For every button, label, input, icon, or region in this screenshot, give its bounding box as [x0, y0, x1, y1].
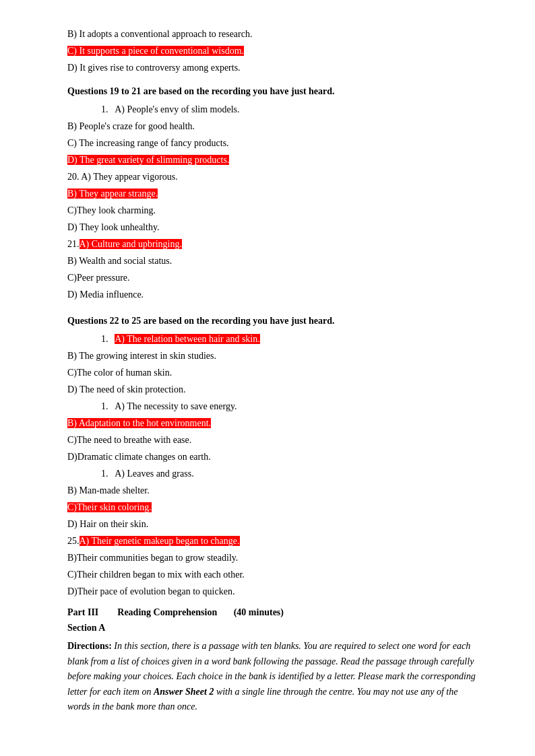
- q23-b: B) Adaptation to the hot environment.: [67, 416, 481, 430]
- page-content: B) It adopts a conventional approach to …: [67, 27, 481, 714]
- directions-block: Directions: In this section, there is a …: [67, 639, 481, 714]
- q24-c: C)Their skin coloring.: [67, 500, 481, 514]
- line-c-supports: C) It supports a piece of conventional w…: [67, 44, 481, 58]
- q24-d: D) Hair on their skin.: [67, 517, 481, 531]
- answer-sheet-ref: Answer Sheet 2: [154, 687, 214, 697]
- part3-header: Part III Reading Comprehension (40 minut…: [67, 605, 481, 620]
- q21-c: C)Peer pressure.: [67, 271, 481, 285]
- line-b-adopt: B) It adopts a conventional approach to …: [67, 27, 481, 41]
- q20-a: 20. A) They appear vigorous.: [67, 170, 481, 184]
- section-19-header: Questions 19 to 21 are based on the reco…: [67, 84, 481, 98]
- q24-b: B) Man-made shelter.: [67, 483, 481, 497]
- q21-d: D) Media influence.: [67, 287, 481, 302]
- q23-d: D)Dramatic climate changes on earth.: [67, 450, 481, 464]
- q19-b: B) People's craze for good health.: [67, 119, 481, 133]
- q25-a: 25.A) Their genetic makeup began to chan…: [67, 534, 481, 548]
- q20-b: B) They appear strange.: [67, 186, 481, 201]
- q21-a: 21.A) Culture and upbringing.: [67, 237, 481, 251]
- q23-c: C)The need to breathe with ease.: [67, 433, 481, 447]
- q19-c: C) The increasing range of fancy product…: [67, 136, 481, 150]
- q25-b: B)Their communities began to grow steadi…: [67, 551, 481, 565]
- q22-d: D) The need of skin protection.: [67, 382, 481, 397]
- q25-c: C)Their children began to mix with each …: [67, 568, 481, 582]
- q23-a: 1. A) The necessity to save energy.: [101, 399, 481, 413]
- q19-a: 1. A) People's envy of slim models.: [101, 102, 481, 116]
- section-a-label: Section A: [67, 623, 481, 633]
- q22-c: C)The color of human skin.: [67, 366, 481, 380]
- q20-d: D) They look unhealthy.: [67, 220, 481, 234]
- q25-d: D)Their pace of evolution began to quick…: [67, 584, 481, 598]
- q20-c: C)They look charming.: [67, 203, 481, 217]
- directions-label: Directions:: [67, 641, 112, 651]
- line-d-gives: D) It gives rise to controversy among ex…: [67, 61, 481, 75]
- q22-b: B) The growing interest in skin studies.: [67, 349, 481, 363]
- section-22-header: Questions 22 to 25 are based on the reco…: [67, 314, 481, 328]
- q19-d: D) The great variety of slimming product…: [67, 153, 481, 167]
- q24-a: 1. A) Leaves and grass.: [101, 467, 481, 481]
- q22-a: 1. A) The relation between hair and skin…: [101, 332, 481, 346]
- q21-b: B) Wealth and social status.: [67, 254, 481, 268]
